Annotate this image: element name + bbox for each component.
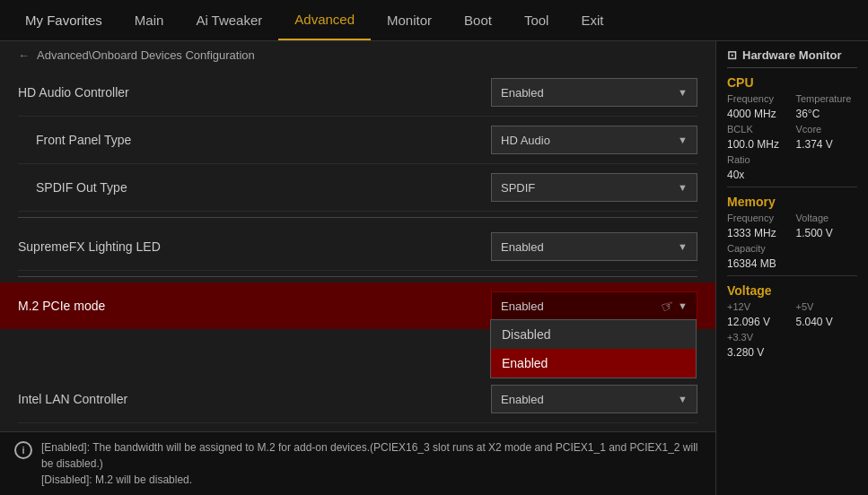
hw-value-vcore: 1.374 V xyxy=(796,138,858,151)
hw-divider-2 xyxy=(727,275,857,276)
hw-label-12v: +12V xyxy=(727,301,789,312)
info-bar: i [Enabled]: The bandwidth will be assig… xyxy=(0,431,715,495)
hw-label-mem-voltage: Voltage xyxy=(796,213,858,223)
dropdown-value-intel-lan: Enabled xyxy=(501,393,544,406)
hardware-monitor-panel: ⊡ Hardware Monitor CPU Frequency Tempera… xyxy=(715,41,868,495)
dropdown-value-m2-pcie: Enabled xyxy=(501,300,544,313)
hw-label-mem-frequency: Frequency xyxy=(727,213,789,223)
dropdown-arrow-supremefx: ▼ xyxy=(678,241,688,252)
cursor-hand-icon: ☞ xyxy=(659,296,677,317)
hw-memory-metrics: Frequency Voltage 1333 MHz 1.500 V Capac… xyxy=(727,213,857,270)
dropdown-value-spdif: SPDIF xyxy=(501,181,535,195)
nav-item-tool[interactable]: Tool xyxy=(508,0,566,40)
setting-label-spdif: SPDIF Out Type xyxy=(36,180,127,195)
hw-value-33v: 3.280 V xyxy=(727,346,789,359)
hw-label-vcore: Vcore xyxy=(796,124,858,135)
dropdown-arrow-intel-lan: ▼ xyxy=(678,394,688,404)
setting-label-hd-audio: HD Audio Controller xyxy=(18,85,129,100)
monitor-icon: ⊡ xyxy=(727,48,737,62)
setting-row-supremefx: SupremeFX Lighting LED Enabled ▼ xyxy=(18,223,697,271)
nav-item-ai-tweaker[interactable]: Ai Tweaker xyxy=(180,0,278,40)
hw-value-5v: 5.040 V xyxy=(796,316,858,328)
dropdown-hd-audio[interactable]: Enabled ▼ xyxy=(491,78,697,107)
hw-value-temperature: 36°C xyxy=(796,108,858,120)
nav-item-boot[interactable]: Boot xyxy=(448,0,508,40)
nav-item-main[interactable]: Main xyxy=(118,0,180,40)
back-arrow[interactable]: ← xyxy=(18,48,30,62)
hw-cpu-metrics: Frequency Temperature 4000 MHz 36°C BCLK… xyxy=(727,93,857,181)
hw-value-ratio: 40x xyxy=(727,169,789,181)
dropdown-option-enabled[interactable]: Enabled xyxy=(491,349,696,378)
setting-row-hd-audio: HD Audio Controller Enabled ▼ xyxy=(18,69,697,117)
hw-label-temperature: Temperature xyxy=(796,93,858,104)
setting-row-intel-pxe: Intel LAN PXE Option ROM Disabled ▼ xyxy=(18,423,697,431)
hw-value-mem-frequency: 1333 MHz xyxy=(727,227,789,239)
breadcrumb-text: Advanced\Onboard Devices Configuration xyxy=(37,48,255,62)
dropdown-front-panel[interactable]: HD Audio ▼ xyxy=(491,126,697,154)
hw-section-memory: Memory xyxy=(727,195,857,209)
dropdown-m2-pcie[interactable]: Enabled ☞ ▼ Disabled Enabled xyxy=(491,291,697,320)
nav-item-advanced[interactable]: Advanced xyxy=(278,0,371,40)
dropdown-supremefx[interactable]: Enabled ▼ xyxy=(491,232,697,261)
hw-label-33v: +3.3V xyxy=(727,332,789,343)
nav-item-my-favorites[interactable]: My Favorites xyxy=(9,0,118,40)
info-text: [Enabled]: The bandwidth will be assigne… xyxy=(41,439,701,488)
hw-value-mem-capacity: 16384 MB xyxy=(727,257,789,270)
setting-row-spdif: SPDIF Out Type SPDIF ▼ xyxy=(18,164,697,212)
hw-value-mem-voltage: 1.500 V xyxy=(796,227,858,239)
hw-value-bclk: 100.0 MHz xyxy=(727,138,789,151)
hw-value-frequency: 4000 MHz xyxy=(727,108,789,120)
dropdown-option-disabled[interactable]: Disabled xyxy=(491,320,696,349)
hw-label-bclk: BCLK xyxy=(727,124,789,135)
setting-row-m2-pcie: M.2 PCIe mode Enabled ☞ ▼ Disabled Enabl… xyxy=(0,282,715,329)
dropdown-value-hd-audio: Enabled xyxy=(501,86,544,100)
hw-label-mem-capacity: Capacity xyxy=(727,243,789,254)
nav-item-monitor[interactable]: Monitor xyxy=(371,0,448,40)
hw-voltage-metrics: +12V +5V 12.096 V 5.040 V +3.3V 3.280 V xyxy=(727,301,857,359)
dropdown-spdif[interactable]: SPDIF ▼ xyxy=(491,173,697,202)
setting-label-m2-pcie: M.2 PCIe mode xyxy=(18,299,105,313)
setting-label-supremefx: SupremeFX Lighting LED xyxy=(18,239,161,254)
dropdown-arrow-m2-pcie: ▼ xyxy=(678,300,688,311)
hw-value-12v: 12.096 V xyxy=(727,316,789,328)
dropdown-intel-lan[interactable]: Enabled ▼ xyxy=(491,385,697,413)
hw-section-voltage: Voltage xyxy=(727,283,857,298)
nav-item-exit[interactable]: Exit xyxy=(565,0,619,40)
hw-label-5v: +5V xyxy=(796,301,858,312)
dropdown-arrow-hd-audio: ▼ xyxy=(678,87,688,98)
dropdown-value-front-panel: HD Audio xyxy=(501,134,550,147)
dropdown-popup-m2-pcie: Disabled Enabled xyxy=(490,319,697,378)
dropdown-arrow-front-panel: ▼ xyxy=(678,135,688,145)
hardware-monitor-title: ⊡ Hardware Monitor xyxy=(727,48,857,68)
setting-row-front-panel: Front Panel Type HD Audio ▼ xyxy=(18,117,697,164)
hw-section-cpu: CPU xyxy=(727,75,857,90)
top-navigation: My Favorites Main Ai Tweaker Advanced Mo… xyxy=(0,0,868,41)
info-icon: i xyxy=(14,441,32,459)
divider-1 xyxy=(18,217,697,218)
setting-row-intel-lan: Intel LAN Controller Enabled ▼ xyxy=(18,376,697,423)
dropdown-value-supremefx: Enabled xyxy=(501,240,544,254)
setting-label-front-panel: Front Panel Type xyxy=(36,133,131,147)
hw-label-frequency: Frequency xyxy=(727,93,789,104)
breadcrumb: ← Advanced\Onboard Devices Configuration xyxy=(0,41,715,69)
divider-2 xyxy=(18,276,697,277)
hw-label-ratio: Ratio xyxy=(727,154,789,165)
hw-divider-1 xyxy=(727,187,857,187)
left-panel: ← Advanced\Onboard Devices Configuration… xyxy=(0,41,715,495)
setting-label-intel-lan: Intel LAN Controller xyxy=(18,392,127,406)
settings-area: HD Audio Controller Enabled ▼ Front Pane… xyxy=(0,69,715,431)
dropdown-arrow-spdif: ▼ xyxy=(678,182,688,193)
